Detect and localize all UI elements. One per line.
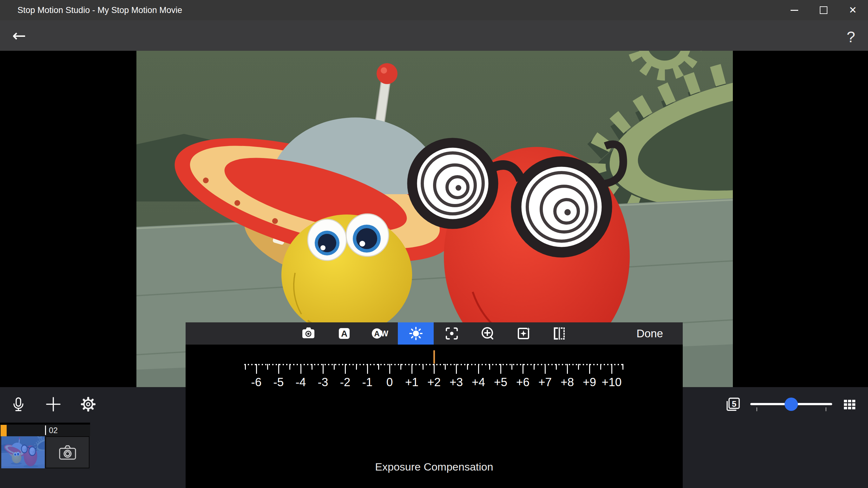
focus-icon <box>443 325 460 342</box>
toolbar-item-zoom[interactable] <box>469 323 505 344</box>
ruler-tick-medium <box>467 364 468 370</box>
close-button[interactable]: ✕ <box>838 0 867 20</box>
maximize-icon <box>820 6 827 14</box>
auto-white-balance-icon: A W <box>371 325 390 342</box>
ruler-tick-major <box>389 364 390 374</box>
ruler-tick-medium <box>512 364 513 370</box>
window-title: Stop Motion Studio - My Stop Motion Movi… <box>18 0 182 20</box>
ruler-tick-major <box>434 364 435 374</box>
ruler-tick-major <box>523 364 524 374</box>
ruler-tick-medium <box>622 364 623 370</box>
svg-text:A: A <box>374 329 379 338</box>
auto-a-icon: A <box>336 325 352 342</box>
ruler-tick-medium <box>578 364 579 370</box>
onion-skin-icon: 5 <box>724 395 742 413</box>
ruler-tick-major <box>567 364 568 374</box>
ruler-tick-medium <box>312 364 312 370</box>
ruler-tick-major <box>301 364 301 374</box>
back-button[interactable]: ← <box>8 27 30 44</box>
onion-skin-button[interactable]: 5 <box>724 395 742 413</box>
camera-icon <box>300 325 317 342</box>
minimize-button[interactable] <box>780 0 809 20</box>
ruler-tick-medium <box>289 364 290 370</box>
capture-frame-button[interactable] <box>45 436 90 468</box>
ruler-tick-medium <box>245 364 246 370</box>
svg-text:W: W <box>381 329 388 338</box>
ruler-label: +10 <box>597 376 626 389</box>
close-icon: ✕ <box>849 5 857 15</box>
back-arrow-icon: ← <box>12 27 26 44</box>
ruler-tick-major <box>611 364 612 374</box>
done-button[interactable]: Done <box>629 323 670 344</box>
ruler-tick-major <box>256 364 257 374</box>
ruler-tick-medium <box>334 364 335 370</box>
ruler-tick-major <box>345 364 346 374</box>
ruler-tick-medium <box>378 364 379 370</box>
ruler-tick-major <box>589 364 590 374</box>
frame-tick-2 <box>45 426 46 435</box>
frame-selected-overlay <box>1 436 45 468</box>
sun-icon <box>408 325 424 342</box>
zoom-plus-icon <box>479 325 496 342</box>
ruler-tick-medium <box>556 364 557 370</box>
image-enhance-icon <box>515 325 532 342</box>
settings-gear-icon <box>79 395 97 413</box>
camera-settings-panel: A A W <box>186 323 683 488</box>
ruler-tick-medium <box>534 364 534 370</box>
panel-title: Exposure Compensation <box>186 461 683 473</box>
toolbar-item-auto-mode[interactable]: A <box>326 323 362 344</box>
microphone-icon <box>10 396 27 413</box>
help-icon: ? <box>847 28 855 46</box>
ruler-tick-major <box>323 364 323 374</box>
ruler-tick-medium <box>423 364 424 370</box>
toolbar-item-enhance[interactable] <box>505 323 541 344</box>
frame-number-2: 02 <box>49 426 58 435</box>
toolbar-item-camera[interactable] <box>290 323 326 344</box>
title-bar: Stop Motion Studio - My Stop Motion Movi… <box>0 0 868 20</box>
toolbar-item-focus[interactable] <box>434 323 469 344</box>
ruler-tick-medium <box>267 364 268 370</box>
ruler-tick-major <box>545 364 546 374</box>
capture-camera-icon <box>57 442 78 463</box>
toolbar-item-exposure[interactable] <box>398 323 434 344</box>
grid-toggle-button[interactable] <box>841 396 858 413</box>
ruler-tick-major <box>456 364 457 374</box>
toolbar-item-flip[interactable] <box>541 323 577 344</box>
onion-skin-count: 5 <box>732 399 736 409</box>
add-frame-button[interactable] <box>44 395 62 413</box>
ruler-tick-major <box>367 364 368 374</box>
settings-button[interactable] <box>79 395 97 413</box>
ruler-tick-major <box>478 364 479 374</box>
ruler-tick-medium <box>489 364 490 370</box>
maximize-button[interactable] <box>809 0 838 20</box>
grid-icon <box>842 396 858 412</box>
slider-tick-left <box>756 407 757 411</box>
timeline-ruler[interactable]: 01 02 <box>0 425 90 436</box>
add-icon <box>45 396 62 413</box>
ruler-tick-medium <box>600 364 601 370</box>
ruler-tick-major <box>411 364 412 374</box>
timeline-playhead[interactable] <box>1 425 7 436</box>
audio-record-button[interactable] <box>9 395 27 413</box>
camera-settings-toolbar: A A W <box>186 323 683 344</box>
flip-mirror-icon <box>551 325 567 342</box>
ruler-tick-major <box>500 364 501 374</box>
ruler-tick-medium <box>445 364 446 370</box>
exposure-value-indicator <box>433 350 435 364</box>
ruler-tick-medium <box>356 364 357 370</box>
slider-tick-right <box>826 407 827 411</box>
ruler-tick-major <box>278 364 279 374</box>
svg-text:A: A <box>341 329 347 339</box>
help-button[interactable]: ? <box>841 28 861 46</box>
overlay-opacity-slider-knob[interactable] <box>784 398 798 411</box>
ruler-tick-medium <box>400 364 401 370</box>
timeline-frame-1-thumbnail[interactable] <box>1 436 45 468</box>
nav-bar <box>0 20 868 51</box>
toolbar-item-white-balance[interactable]: A W <box>362 323 398 344</box>
minimize-icon <box>790 10 798 11</box>
